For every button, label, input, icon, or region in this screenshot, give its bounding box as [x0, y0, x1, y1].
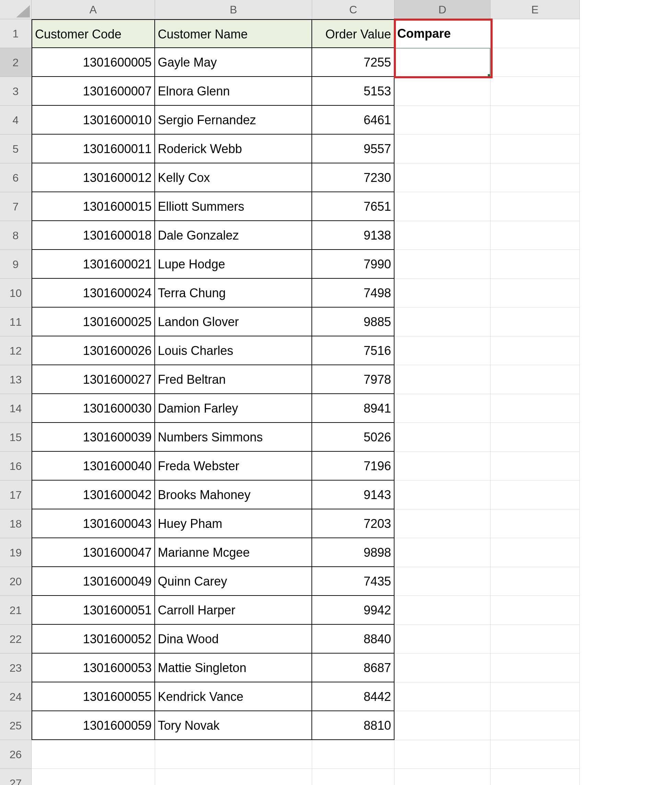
cell-D13[interactable] — [394, 365, 491, 394]
spreadsheet[interactable]: ABCDE1Customer CodeCustomer NameOrder Va… — [0, 0, 580, 785]
cell-E13[interactable] — [491, 365, 580, 394]
row-header-3[interactable]: 3 — [0, 77, 31, 106]
cell-E7[interactable] — [491, 192, 580, 221]
cell-D23[interactable] — [394, 654, 491, 682]
cell-customer-name-r3[interactable]: Elnora Glenn — [155, 77, 312, 106]
header-customer-name[interactable]: Customer Name — [155, 19, 312, 48]
row-header-22[interactable]: 22 — [0, 625, 31, 654]
cell-customer-code-r21[interactable]: 1301600051 — [31, 596, 155, 625]
cell-order-value-r18[interactable]: 7203 — [312, 509, 394, 538]
cell-D10[interactable] — [394, 279, 491, 308]
row-header-24[interactable]: 24 — [0, 682, 31, 711]
row-header-17[interactable]: 17 — [0, 480, 31, 509]
cell-order-value-r15[interactable]: 5026 — [312, 423, 394, 452]
cell-customer-name-r14[interactable]: Damion Farley — [155, 394, 312, 423]
row-header-8[interactable]: 8 — [0, 221, 31, 250]
row-header-16[interactable]: 16 — [0, 452, 31, 480]
cell-E23[interactable] — [491, 654, 580, 682]
cell-D7[interactable] — [394, 192, 491, 221]
cell-E25[interactable] — [491, 711, 580, 740]
grid[interactable]: ABCDE1Customer CodeCustomer NameOrder Va… — [0, 0, 580, 785]
row-header-19[interactable]: 19 — [0, 538, 31, 567]
cell-customer-name-r8[interactable]: Dale Gonzalez — [155, 221, 312, 250]
cell-E18[interactable] — [491, 509, 580, 538]
col-header-D[interactable]: D — [394, 0, 491, 19]
row-header-25[interactable]: 25 — [0, 711, 31, 740]
cell-E16[interactable] — [491, 452, 580, 480]
cell-D4[interactable] — [394, 106, 491, 134]
cell-customer-code-r6[interactable]: 1301600012 — [31, 163, 155, 192]
cell-order-value-r10[interactable]: 7498 — [312, 279, 394, 308]
cell-D18[interactable] — [394, 509, 491, 538]
cell-order-value-r7[interactable]: 7651 — [312, 192, 394, 221]
cell-D20[interactable] — [394, 567, 491, 596]
cell-A26[interactable] — [31, 740, 155, 769]
cell-customer-name-r21[interactable]: Carroll Harper — [155, 596, 312, 625]
cell-customer-code-r22[interactable]: 1301600052 — [31, 625, 155, 654]
cell-D9[interactable] — [394, 250, 491, 279]
cell-customer-name-r6[interactable]: Kelly Cox — [155, 163, 312, 192]
cell-order-value-r23[interactable]: 8687 — [312, 654, 394, 682]
row-header-23[interactable]: 23 — [0, 654, 31, 682]
row-header-20[interactable]: 20 — [0, 567, 31, 596]
cell-E24[interactable] — [491, 682, 580, 711]
cell-order-value-r13[interactable]: 7978 — [312, 365, 394, 394]
cell-C27[interactable] — [312, 769, 394, 785]
cell-customer-code-r23[interactable]: 1301600053 — [31, 654, 155, 682]
header-customer-code[interactable]: Customer Code — [31, 19, 155, 48]
cell-D16[interactable] — [394, 452, 491, 480]
cell-customer-name-r19[interactable]: Marianne Mcgee — [155, 538, 312, 567]
cell-E19[interactable] — [491, 538, 580, 567]
row-header-15[interactable]: 15 — [0, 423, 31, 452]
cell-E22[interactable] — [491, 625, 580, 654]
row-header-9[interactable]: 9 — [0, 250, 31, 279]
cell-E21[interactable] — [491, 596, 580, 625]
cell-customer-name-r23[interactable]: Mattie Singleton — [155, 654, 312, 682]
cell-D14[interactable] — [394, 394, 491, 423]
cell-customer-name-r9[interactable]: Lupe Hodge — [155, 250, 312, 279]
cell-customer-code-r14[interactable]: 1301600030 — [31, 394, 155, 423]
cell-E14[interactable] — [491, 394, 580, 423]
row-header-10[interactable]: 10 — [0, 279, 31, 308]
cell-E1[interactable] — [491, 19, 580, 48]
cell-order-value-r4[interactable]: 6461 — [312, 106, 394, 134]
cell-E15[interactable] — [491, 423, 580, 452]
cell-E10[interactable] — [491, 279, 580, 308]
row-header-2[interactable]: 2 — [0, 48, 31, 77]
cell-order-value-r24[interactable]: 8442 — [312, 682, 394, 711]
cell-order-value-r16[interactable]: 7196 — [312, 452, 394, 480]
cell-customer-name-r18[interactable]: Huey Pham — [155, 509, 312, 538]
row-header-14[interactable]: 14 — [0, 394, 31, 423]
cell-customer-code-r11[interactable]: 1301600025 — [31, 308, 155, 336]
cell-E8[interactable] — [491, 221, 580, 250]
row-header-13[interactable]: 13 — [0, 365, 31, 394]
col-header-A[interactable]: A — [31, 0, 155, 19]
cell-D25[interactable] — [394, 711, 491, 740]
cell-B26[interactable] — [155, 740, 312, 769]
cell-A27[interactable] — [31, 769, 155, 785]
cell-customer-code-r24[interactable]: 1301600055 — [31, 682, 155, 711]
row-header-6[interactable]: 6 — [0, 163, 31, 192]
cell-customer-name-r2[interactable]: Gayle May — [155, 48, 312, 77]
row-header-26[interactable]: 26 — [0, 740, 31, 769]
cell-E26[interactable] — [491, 740, 580, 769]
cell-C26[interactable] — [312, 740, 394, 769]
cell-order-value-r22[interactable]: 8840 — [312, 625, 394, 654]
cell-customer-code-r19[interactable]: 1301600047 — [31, 538, 155, 567]
cell-E2[interactable] — [491, 48, 580, 77]
cell-customer-code-r2[interactable]: 1301600005 — [31, 48, 155, 77]
cell-customer-code-r4[interactable]: 1301600010 — [31, 106, 155, 134]
cell-customer-name-r25[interactable]: Tory Novak — [155, 711, 312, 740]
cell-E3[interactable] — [491, 77, 580, 106]
cell-customer-code-r9[interactable]: 1301600021 — [31, 250, 155, 279]
cell-D17[interactable] — [394, 480, 491, 509]
cell-customer-name-r12[interactable]: Louis Charles — [155, 336, 312, 365]
header-order-value[interactable]: Order Value — [312, 19, 394, 48]
cell-B27[interactable] — [155, 769, 312, 785]
col-header-C[interactable]: C — [312, 0, 394, 19]
cell-E5[interactable] — [491, 134, 580, 163]
cell-D6[interactable] — [394, 163, 491, 192]
cell-customer-code-r7[interactable]: 1301600015 — [31, 192, 155, 221]
row-header-27[interactable]: 27 — [0, 769, 31, 785]
header-compare[interactable]: Compare — [394, 19, 491, 48]
